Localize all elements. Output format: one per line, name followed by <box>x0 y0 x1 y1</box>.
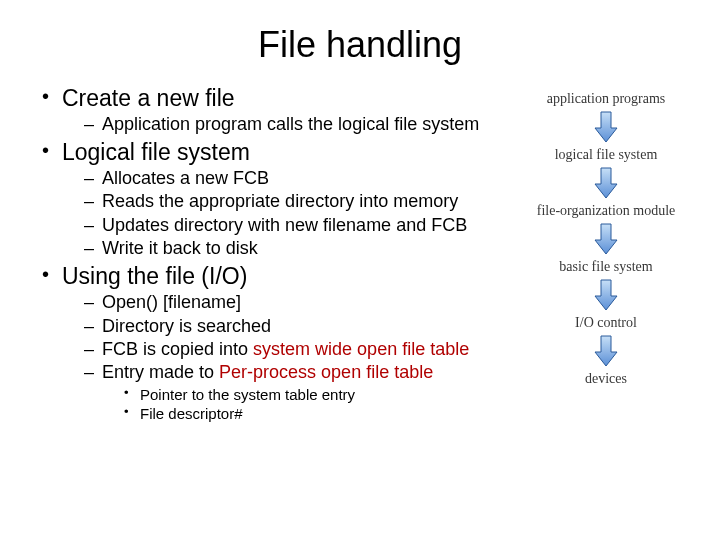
list-item: Allocates a new FCB <box>84 167 512 190</box>
arrow-down-icon <box>516 110 696 144</box>
diagram-layer-label: file-organization module <box>516 203 696 219</box>
sublist: Open() [filename] Directory is searched … <box>62 291 512 424</box>
diagram-layer-label: I/O control <box>516 315 696 331</box>
bullet-text: Write it back to disk <box>102 238 258 258</box>
list-item: File descriptor# <box>124 404 512 424</box>
arrow-down-icon <box>516 334 696 368</box>
list-item: Write it back to disk <box>84 237 512 260</box>
list-item: Application program calls the logical fi… <box>84 113 512 136</box>
diagram-layer-label: devices <box>516 371 696 387</box>
bullet-text-highlight: Per-process open file table <box>219 362 433 382</box>
diagram-layer-label: logical file system <box>516 147 696 163</box>
bullet-text: Application program calls the logical fi… <box>102 114 479 134</box>
list-item: Pointer to the system table entry <box>124 385 512 405</box>
arrow-down-icon <box>516 166 696 200</box>
arrow-down-icon <box>516 222 696 256</box>
diagram-layer-label: basic file system <box>516 259 696 275</box>
bullet-text: FCB is copied into <box>102 339 253 359</box>
arrow-down-icon <box>516 278 696 312</box>
diagram-layer-label: application programs <box>516 91 696 107</box>
bullet-text: Open() [filename] <box>102 292 241 312</box>
slide: File handling Create a new file Applicat… <box>0 0 720 540</box>
list-item: Reads the appropriate directory into mem… <box>84 190 512 213</box>
list-item: Directory is searched <box>84 315 512 338</box>
bullet-text: Entry made to <box>102 362 219 382</box>
text-column: Create a new file Application program ca… <box>24 84 516 426</box>
bullet-text: Pointer to the system table entry <box>140 386 355 403</box>
bullet-text-highlight: system wide open file table <box>253 339 469 359</box>
bullet-text: Logical file system <box>62 139 250 165</box>
bullet-text: Directory is searched <box>102 316 271 336</box>
list-item: Create a new file Application program ca… <box>42 84 512 136</box>
bullet-text: Create a new file <box>62 85 235 111</box>
bullet-text: Updates directory with new filename and … <box>102 215 467 235</box>
list-item: Updates directory with new filename and … <box>84 214 512 237</box>
list-item: Logical file system Allocates a new FCB … <box>42 138 512 260</box>
sublist: Application program calls the logical fi… <box>62 113 512 136</box>
list-item: Entry made to Per-process open file tabl… <box>84 361 512 423</box>
bullet-text: Using the file (I/O) <box>62 263 247 289</box>
sublist: Allocates a new FCB Reads the appropriat… <box>62 167 512 261</box>
layers-diagram: application programs logical file system… <box>516 84 696 426</box>
slide-title: File handling <box>24 24 696 66</box>
list-item: Open() [filename] <box>84 291 512 314</box>
bullet-text: Reads the appropriate directory into mem… <box>102 191 458 211</box>
bullet-text: File descriptor# <box>140 405 243 422</box>
subsublist: Pointer to the system table entry File d… <box>102 385 512 424</box>
list-item: FCB is copied into system wide open file… <box>84 338 512 361</box>
list-item: Using the file (I/O) Open() [filename] D… <box>42 262 512 423</box>
content-row: Create a new file Application program ca… <box>24 84 696 426</box>
bullet-text: Allocates a new FCB <box>102 168 269 188</box>
bullet-list: Create a new file Application program ca… <box>24 84 512 424</box>
